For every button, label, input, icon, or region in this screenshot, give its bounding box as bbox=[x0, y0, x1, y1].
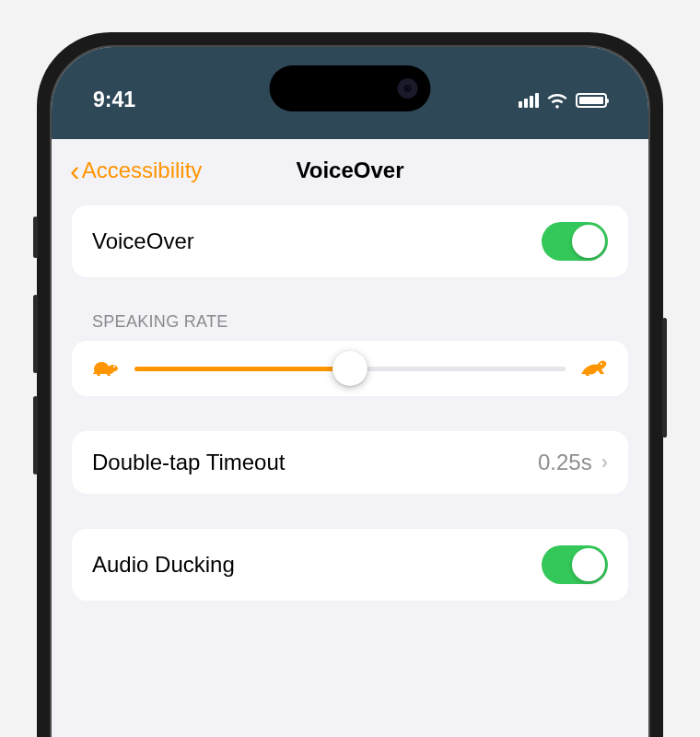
switch-knob bbox=[572, 225, 605, 258]
back-button[interactable]: ‹ Accessibility bbox=[70, 156, 202, 185]
page-title: VoiceOver bbox=[297, 158, 404, 183]
status-time: 9:41 bbox=[93, 64, 135, 112]
double-tap-timeout-group: Double-tap Timeout 0.25s › bbox=[72, 431, 628, 494]
phone-frame: 9:41 ‹ Accessibility bbox=[37, 32, 663, 737]
double-tap-timeout-value: 0.25s bbox=[538, 450, 592, 475]
power-button bbox=[662, 318, 667, 438]
slider-thumb[interactable] bbox=[332, 351, 368, 386]
speaking-rate-header: SPEAKING RATE bbox=[72, 312, 628, 341]
chevron-right-icon: › bbox=[601, 450, 608, 474]
wifi-icon bbox=[546, 92, 568, 109]
tortoise-icon bbox=[92, 359, 120, 378]
speaking-rate-group bbox=[72, 341, 628, 396]
audio-ducking-row[interactable]: Audio Ducking bbox=[72, 529, 628, 601]
status-bar: 9:41 bbox=[52, 47, 648, 139]
dynamic-island bbox=[270, 65, 431, 111]
hare-icon bbox=[580, 359, 608, 378]
double-tap-timeout-label: Double-tap Timeout bbox=[92, 450, 285, 475]
slider-fill bbox=[134, 367, 350, 371]
status-icons bbox=[519, 69, 607, 109]
voiceover-toggle-group: VoiceOver bbox=[72, 205, 628, 277]
volume-up-button bbox=[33, 295, 38, 373]
voiceover-label: VoiceOver bbox=[92, 228, 194, 254]
chevron-left-icon: ‹ bbox=[70, 156, 80, 185]
switch-knob bbox=[572, 548, 605, 581]
speaking-rate-slider[interactable] bbox=[134, 367, 566, 371]
battery-icon bbox=[576, 93, 607, 108]
silent-switch bbox=[33, 216, 38, 258]
voiceover-switch[interactable] bbox=[542, 222, 608, 261]
audio-ducking-label: Audio Ducking bbox=[92, 552, 235, 578]
volume-down-button bbox=[33, 396, 38, 474]
voiceover-row[interactable]: VoiceOver bbox=[72, 205, 628, 277]
audio-ducking-group: Audio Ducking bbox=[72, 529, 628, 601]
phone-screen: 9:41 ‹ Accessibility bbox=[52, 47, 648, 737]
cellular-signal-icon bbox=[519, 93, 539, 108]
double-tap-timeout-row[interactable]: Double-tap Timeout 0.25s › bbox=[72, 431, 628, 494]
navigation-bar: ‹ Accessibility VoiceOver bbox=[52, 139, 648, 205]
front-camera-icon bbox=[398, 78, 418, 99]
speaking-rate-row bbox=[72, 341, 628, 396]
back-button-label: Accessibility bbox=[82, 158, 203, 183]
audio-ducking-switch[interactable] bbox=[542, 545, 608, 584]
